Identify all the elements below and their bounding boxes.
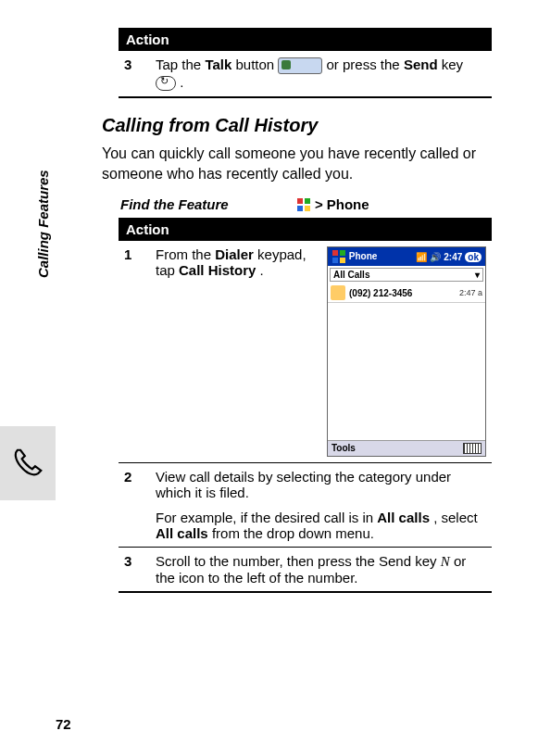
mock-empty-area <box>328 303 485 440</box>
svg-rect-6 <box>332 258 338 263</box>
keyboard-icon <box>463 443 482 454</box>
mock-dropdown-label: All Calls <box>333 270 369 280</box>
step-number: 2 <box>119 463 150 548</box>
chevron-text: > <box>315 196 323 212</box>
dialer-label: Dialer <box>215 246 254 262</box>
page-number: 72 <box>56 716 71 732</box>
sidebar-phone-tab <box>0 426 56 500</box>
text: Tap the <box>156 57 205 72</box>
mock-status-icons: 📶 🔊 2:47 ok <box>416 249 482 264</box>
phone-handset-icon <box>10 446 45 481</box>
windows-start-icon <box>296 197 311 212</box>
mock-call-entry: (092) 212-3456 2:47 a <box>328 284 485 303</box>
talk-button-icon <box>278 57 322 74</box>
text: . <box>260 262 264 278</box>
mock-entry-time: 2:47 a <box>459 288 482 297</box>
mock-category-dropdown: All Calls ▾ <box>330 268 483 282</box>
feature-phone-label: Phone <box>327 196 369 212</box>
text: button <box>235 57 278 72</box>
speaker-icon: 🔊 <box>430 252 441 262</box>
step3-instruction-top: Tap the Talk button or press the Send ke… <box>150 51 492 97</box>
svg-rect-2 <box>297 206 303 211</box>
step1-instruction: From the Dialer keypad, tap Call History… <box>156 246 316 457</box>
intro-paragraph: You can quickly call someone you have re… <box>102 144 492 183</box>
action-header-1: Action <box>119 28 492 51</box>
feature-path: > Phone <box>296 196 369 212</box>
svg-rect-7 <box>340 258 345 263</box>
action-header-2: Action <box>119 218 492 241</box>
text: View call details by selecting the categ… <box>156 469 486 500</box>
send-key-symbol: N <box>441 554 450 569</box>
talk-label: Talk <box>205 57 231 72</box>
text: key <box>442 57 463 72</box>
chevron-down-icon: ▾ <box>475 270 480 280</box>
windows-start-icon <box>332 249 346 264</box>
call-history-label: Call History <box>179 262 256 278</box>
section-heading: Calling from Call History <box>102 115 492 136</box>
step3-instruction: Scroll to the number, then press the Sen… <box>150 548 492 593</box>
send-key-icon <box>156 76 176 91</box>
step-number: 3 <box>119 548 150 593</box>
text: From the <box>156 246 215 262</box>
all-calls-label: All calls <box>377 510 430 525</box>
text: Scroll to the number, then press the Sen… <box>156 553 441 569</box>
svg-rect-1 <box>305 198 310 204</box>
step-number: 3 <box>119 51 150 97</box>
step2-example: For example, if the desired call is in A… <box>156 510 486 541</box>
svg-rect-4 <box>332 250 338 256</box>
mock-title: Phone <box>349 251 378 261</box>
text: or press the <box>327 57 404 72</box>
sidebar-section-label: Calling Features <box>35 170 51 278</box>
step2-instruction: View call details by selecting the categ… <box>150 463 492 548</box>
send-label: Send <box>404 57 438 72</box>
text: . <box>180 74 183 90</box>
step-number: 1 <box>119 241 150 463</box>
text: For example, if the desired call is in <box>156 510 377 525</box>
step1-cell: From the Dialer keypad, tap Call History… <box>150 241 492 463</box>
text: , select <box>433 510 478 525</box>
all-calls-label: All calls <box>156 525 208 541</box>
ok-button-icon: ok <box>465 252 482 262</box>
mock-tools-label: Tools <box>332 443 356 454</box>
signal-icon: 📶 <box>416 252 427 262</box>
call-entry-icon <box>331 285 345 300</box>
svg-rect-0 <box>297 198 303 204</box>
mock-entry-number: (092) 212-3456 <box>349 288 456 298</box>
phone-screenshot-mock: Phone 📶 🔊 2:47 ok All Calls <box>327 246 486 457</box>
mock-clock: 2:47 <box>444 252 462 262</box>
text: from the drop down menu. <box>212 525 374 541</box>
svg-rect-5 <box>340 250 345 256</box>
mock-bottom-bar: Tools <box>328 440 485 456</box>
mock-titlebar: Phone 📶 🔊 2:47 ok <box>328 247 485 266</box>
find-feature-title: Find the Feature <box>120 196 296 212</box>
svg-rect-3 <box>305 206 310 211</box>
